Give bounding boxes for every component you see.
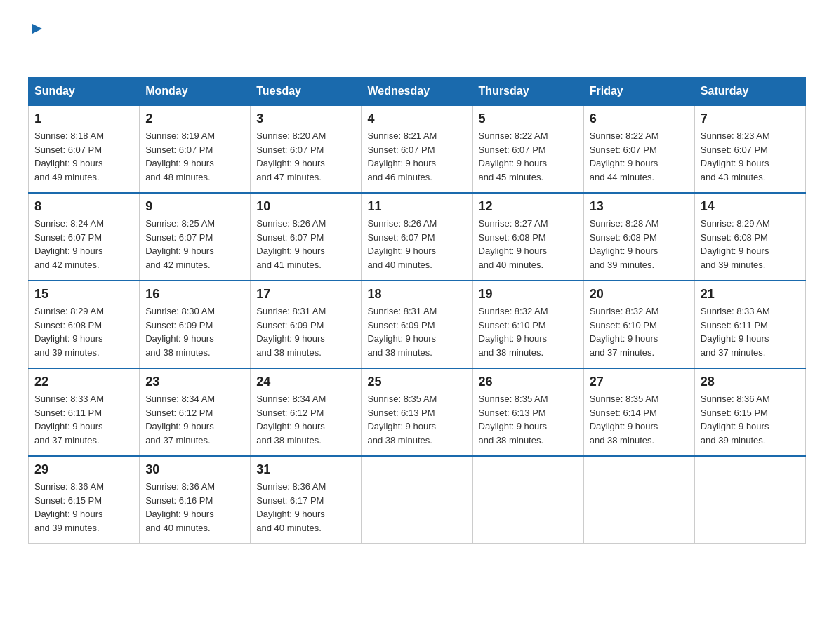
column-header-thursday: Thursday [472,78,583,106]
day-number: 3 [256,112,355,126]
calendar-header: SundayMondayTuesdayWednesdayThursdayFrid… [29,78,806,106]
day-number: 19 [479,287,578,302]
calendar-cell: 22 Sunrise: 8:33 AMSunset: 6:11 PMDaylig… [29,368,140,456]
calendar-cell: 5 Sunrise: 8:22 AMSunset: 6:07 PMDayligh… [472,105,583,193]
day-number: 2 [145,112,244,126]
day-number: 6 [590,112,689,126]
calendar-cell: 31 Sunrise: 8:36 AMSunset: 6:17 PMDaylig… [251,456,362,544]
calendar-week-row: 29 Sunrise: 8:36 AMSunset: 6:15 PMDaylig… [29,456,806,544]
calendar-cell: 29 Sunrise: 8:36 AMSunset: 6:15 PMDaylig… [29,456,140,544]
calendar-cell: 15 Sunrise: 8:29 AMSunset: 6:08 PMDaylig… [29,281,140,368]
day-number: 23 [145,375,244,389]
calendar-cell: 6 Sunrise: 8:22 AMSunset: 6:07 PMDayligh… [583,105,694,193]
day-number: 5 [479,112,578,126]
calendar-cell [583,456,694,544]
day-info: Sunrise: 8:22 AMSunset: 6:07 PMDaylight:… [479,130,548,182]
calendar-cell: 13 Sunrise: 8:28 AMSunset: 6:08 PMDaylig… [583,193,694,281]
day-info: Sunrise: 8:27 AMSunset: 6:08 PMDaylight:… [479,218,548,270]
day-info: Sunrise: 8:22 AMSunset: 6:07 PMDaylight:… [590,130,659,182]
day-info: Sunrise: 8:36 AMSunset: 6:16 PMDaylight:… [145,481,215,533]
calendar-cell: 25 Sunrise: 8:35 AMSunset: 6:13 PMDaylig… [362,368,472,456]
day-info: Sunrise: 8:35 AMSunset: 6:13 PMDaylight:… [367,394,437,445]
calendar-cell: 7 Sunrise: 8:23 AMSunset: 6:07 PMDayligh… [694,105,805,193]
day-info: Sunrise: 8:31 AMSunset: 6:09 PMDaylight:… [256,306,326,358]
calendar-cell: 20 Sunrise: 8:32 AMSunset: 6:10 PMDaylig… [583,281,694,368]
day-info: Sunrise: 8:36 AMSunset: 6:15 PMDaylight:… [701,394,770,445]
calendar-cell: 30 Sunrise: 8:36 AMSunset: 6:16 PMDaylig… [140,456,251,544]
day-info: Sunrise: 8:32 AMSunset: 6:10 PMDaylight:… [590,306,659,358]
day-info: Sunrise: 8:31 AMSunset: 6:09 PMDaylight:… [367,306,437,358]
day-number: 10 [256,199,355,214]
calendar-cell: 18 Sunrise: 8:31 AMSunset: 6:09 PMDaylig… [362,281,472,368]
day-number: 27 [590,375,689,389]
day-number: 17 [256,287,355,302]
day-number: 18 [367,287,466,302]
column-header-friday: Friday [583,78,694,106]
day-number: 30 [145,462,244,477]
day-info: Sunrise: 8:20 AMSunset: 6:07 PMDaylight:… [256,130,326,182]
day-number: 16 [145,287,244,302]
calendar-cell [472,456,583,544]
day-info: Sunrise: 8:28 AMSunset: 6:08 PMDaylight:… [590,218,659,270]
calendar-cell: 12 Sunrise: 8:27 AMSunset: 6:08 PMDaylig… [472,193,583,281]
calendar-cell: 2 Sunrise: 8:19 AMSunset: 6:07 PMDayligh… [140,105,251,193]
column-header-sunday: Sunday [29,78,140,106]
day-number: 4 [367,112,466,126]
day-info: Sunrise: 8:35 AMSunset: 6:14 PMDaylight:… [590,394,659,445]
day-number: 7 [701,112,800,126]
logo [28,21,45,63]
calendar-cell: 19 Sunrise: 8:32 AMSunset: 6:10 PMDaylig… [472,281,583,368]
day-number: 25 [367,375,466,389]
day-info: Sunrise: 8:34 AMSunset: 6:12 PMDaylight:… [145,394,215,445]
day-info: Sunrise: 8:26 AMSunset: 6:07 PMDaylight:… [367,218,437,270]
day-info: Sunrise: 8:29 AMSunset: 6:08 PMDaylight:… [34,306,104,358]
day-number: 20 [590,287,689,302]
calendar-cell: 23 Sunrise: 8:34 AMSunset: 6:12 PMDaylig… [140,368,251,456]
calendar-cell: 21 Sunrise: 8:33 AMSunset: 6:11 PMDaylig… [694,281,805,368]
page-header [28,21,806,63]
calendar-cell: 27 Sunrise: 8:35 AMSunset: 6:14 PMDaylig… [583,368,694,456]
day-number: 1 [34,112,133,126]
column-header-monday: Monday [140,78,251,106]
header-row: SundayMondayTuesdayWednesdayThursdayFrid… [29,78,806,106]
calendar-cell: 4 Sunrise: 8:21 AMSunset: 6:07 PMDayligh… [362,105,472,193]
calendar-cell: 9 Sunrise: 8:25 AMSunset: 6:07 PMDayligh… [140,193,251,281]
day-number: 24 [256,375,355,389]
day-number: 26 [479,375,578,389]
calendar-cell: 8 Sunrise: 8:24 AMSunset: 6:07 PMDayligh… [29,193,140,281]
day-number: 13 [590,199,689,214]
calendar-cell: 1 Sunrise: 8:18 AMSunset: 6:07 PMDayligh… [29,105,140,193]
day-info: Sunrise: 8:33 AMSunset: 6:11 PMDaylight:… [701,306,770,358]
day-number: 31 [256,462,355,477]
calendar-cell: 17 Sunrise: 8:31 AMSunset: 6:09 PMDaylig… [251,281,362,368]
day-info: Sunrise: 8:33 AMSunset: 6:11 PMDaylight:… [34,394,104,445]
day-number: 11 [367,199,466,214]
calendar-cell: 16 Sunrise: 8:30 AMSunset: 6:09 PMDaylig… [140,281,251,368]
day-number: 14 [701,199,800,214]
day-number: 28 [701,375,800,389]
day-info: Sunrise: 8:30 AMSunset: 6:09 PMDaylight:… [145,306,215,358]
day-info: Sunrise: 8:36 AMSunset: 6:17 PMDaylight:… [256,481,326,533]
day-info: Sunrise: 8:24 AMSunset: 6:07 PMDaylight:… [34,218,104,270]
calendar-cell: 14 Sunrise: 8:29 AMSunset: 6:08 PMDaylig… [694,193,805,281]
day-info: Sunrise: 8:36 AMSunset: 6:15 PMDaylight:… [34,481,104,533]
calendar-week-row: 22 Sunrise: 8:33 AMSunset: 6:11 PMDaylig… [29,368,806,456]
logo-arrow-icon [29,21,45,39]
day-number: 12 [479,199,578,214]
day-info: Sunrise: 8:34 AMSunset: 6:12 PMDaylight:… [256,394,326,445]
day-number: 15 [34,287,133,302]
calendar-body: 1 Sunrise: 8:18 AMSunset: 6:07 PMDayligh… [29,105,806,544]
calendar-table: SundayMondayTuesdayWednesdayThursdayFrid… [28,77,806,544]
calendar-week-row: 8 Sunrise: 8:24 AMSunset: 6:07 PMDayligh… [29,193,806,281]
day-info: Sunrise: 8:29 AMSunset: 6:08 PMDaylight:… [701,218,770,270]
day-info: Sunrise: 8:23 AMSunset: 6:07 PMDaylight:… [701,130,770,182]
day-number: 9 [145,199,244,214]
calendar-cell [362,456,472,544]
calendar-cell: 3 Sunrise: 8:20 AMSunset: 6:07 PMDayligh… [251,105,362,193]
calendar-cell [694,456,805,544]
day-number: 22 [34,375,133,389]
column-header-wednesday: Wednesday [362,78,472,106]
calendar-cell: 24 Sunrise: 8:34 AMSunset: 6:12 PMDaylig… [251,368,362,456]
calendar-week-row: 1 Sunrise: 8:18 AMSunset: 6:07 PMDayligh… [29,105,806,193]
calendar-cell: 26 Sunrise: 8:35 AMSunset: 6:13 PMDaylig… [472,368,583,456]
